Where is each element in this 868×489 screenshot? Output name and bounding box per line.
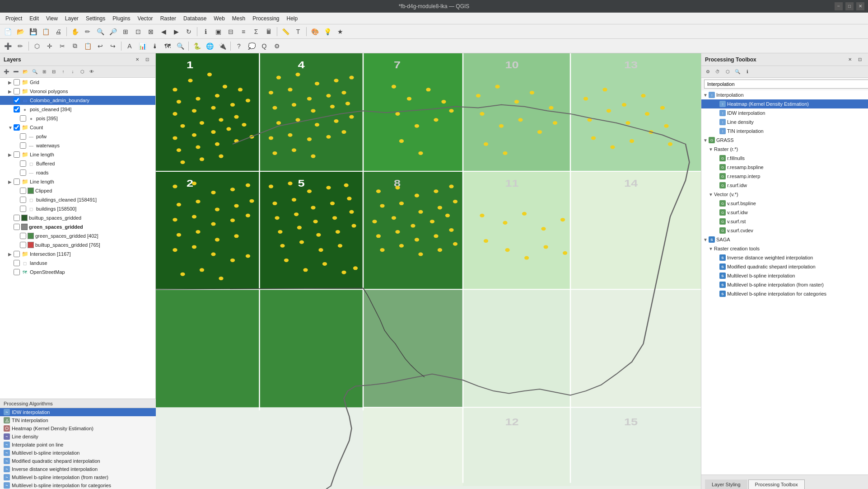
tree-item-saga-multilevel-cat[interactable]: S Multilevel b-spline interpolation for …	[701, 289, 868, 298]
toolbox-search-input[interactable]	[704, 80, 868, 89]
deselect-button[interactable]: ⊟	[225, 26, 237, 37]
layer-item-buildings-cleaned[interactable]: ◻ buildings_cleaned [158491]	[0, 195, 155, 204]
layer-item-builtup[interactable]: builtup_spaces_gridded	[0, 213, 155, 222]
layer-checkbox-buildings-cleaned[interactable]	[20, 197, 26, 203]
right-panel-float-button[interactable]: ⊡	[855, 55, 864, 64]
layer-checkbox-builtup[interactable]	[14, 215, 20, 221]
layer-checkbox-landuse[interactable]	[14, 260, 20, 266]
close-button[interactable]: ✕	[856, 2, 864, 10]
layer-checkbox-grid[interactable]	[14, 79, 20, 85]
menu-web[interactable]: Web	[210, 14, 228, 23]
layer-item-waterways[interactable]: — waterways	[0, 141, 155, 150]
tree-item-saga-multilevel[interactable]: S Multilevel b-spline interpolation	[701, 271, 868, 280]
open-button[interactable]: 📂	[14, 26, 26, 37]
tree-item-rresampinterp[interactable]: G r.resamp.interp	[701, 172, 868, 181]
layer-item-colombo[interactable]: ▭ Colombo_admin_boundary	[0, 96, 155, 105]
layer-checkbox-greenspaces402[interactable]	[20, 233, 26, 239]
edit-layer-button[interactable]: ✏	[14, 41, 26, 52]
layers-close-button[interactable]: ✕	[133, 55, 142, 64]
layer-item-landuse[interactable]: ◻ landuse	[0, 259, 155, 268]
proc-item-multilevel-bspline[interactable]: ~ Multilevel b-spline interpolation	[0, 449, 156, 457]
layer-up-button[interactable]: ↑	[59, 67, 68, 76]
layer-toggle-button[interactable]: 👁	[87, 67, 96, 76]
layer-item-buildings[interactable]: ◻ buildings [158500]	[0, 204, 155, 213]
layer-checkbox-roads[interactable]	[20, 169, 26, 176]
layer-checkbox-intersection[interactable]	[14, 251, 20, 257]
tree-item-saga-multilevel-raster[interactable]: S Multilevel b-spline interpolation (fro…	[701, 280, 868, 289]
layer-item-linelen1[interactable]: ▶ 📁 Line length	[0, 150, 155, 159]
label-button[interactable]: A	[124, 41, 135, 52]
paste-button[interactable]: 📋	[82, 41, 93, 52]
proc-item-modquad[interactable]: ~ Modified quadratic shepard interpolati…	[0, 457, 156, 465]
attr-table-button[interactable]: ≡	[238, 26, 249, 37]
proc-item-interp-point[interactable]: ~ Interpolate point on line	[0, 441, 156, 449]
zoom-in-button[interactable]: 🔍	[94, 26, 106, 37]
menu-raster[interactable]: Raster	[157, 14, 180, 23]
style-button[interactable]: 🎨	[309, 26, 321, 37]
right-panel-close-button[interactable]: ✕	[845, 55, 854, 64]
layer-item-voronoi[interactable]: ▶ 📁 Voronoi polygons	[0, 87, 155, 96]
plugin-button[interactable]: 🔌	[216, 41, 228, 52]
tree-group-interpolation[interactable]: ▼ ↕ Interpolation	[701, 90, 868, 99]
measure-button[interactable]: 📏	[280, 26, 291, 37]
layer-checkbox-pois[interactable]	[20, 115, 26, 122]
tree-item-vsurfidw[interactable]: G v.surf.idw	[701, 208, 868, 217]
layer-checkbox-clipped[interactable]	[20, 188, 26, 194]
menu-layer[interactable]: Layer	[61, 14, 82, 23]
copy-button[interactable]: ⧉	[69, 41, 81, 52]
proc-item-idw[interactable]: ~ IDW interpolation	[0, 408, 156, 416]
layer-checkbox-linelen1[interactable]	[14, 151, 20, 158]
undo-button[interactable]: ↩	[94, 41, 106, 52]
zoom-last-button[interactable]: ◀	[158, 26, 169, 37]
python-button[interactable]: 🐍	[191, 41, 203, 52]
tree-item-idw[interactable]: ↕ IDW interpolation	[701, 108, 868, 118]
cut-button[interactable]: ✂	[56, 41, 68, 52]
menu-help[interactable]: Help	[283, 14, 302, 23]
proc-item-idw2[interactable]: ~ Inverse distance weighted interpolatio…	[0, 465, 156, 473]
toolbox-tb-btn4[interactable]: 🔍	[733, 67, 742, 76]
layer-item-count[interactable]: ▼ 📁 Count	[0, 123, 155, 132]
layer-item-greenspaces402[interactable]: green_spaces_gridded [402]	[0, 231, 155, 240]
layer-checkbox-linelen2[interactable]	[14, 179, 20, 185]
redo-button[interactable]: ↪	[107, 41, 119, 52]
menu-database[interactable]: Database	[180, 14, 210, 23]
layer-checkbox-voronoi[interactable]	[14, 88, 20, 94]
stats-button[interactable]: Σ	[250, 26, 262, 37]
print-button[interactable]: 🖨	[52, 26, 64, 37]
layer-checkbox-buffered[interactable]	[20, 160, 26, 167]
digitize-button[interactable]: ✏	[82, 26, 93, 37]
proc-item-multilevel-cat[interactable]: ~ Multilevel b-spline interpolation for …	[0, 481, 156, 489]
qgis-logo-button[interactable]: Q	[258, 41, 270, 52]
layer-remove-button[interactable]: ➖	[11, 67, 20, 76]
diagram-button[interactable]: 📊	[136, 41, 148, 52]
layer-checkbox-greenspaces[interactable]	[14, 224, 20, 230]
layer-item-grid[interactable]: ▶ 📁 Grid	[0, 78, 155, 87]
layer-item-pois-cleaned[interactable]: ● pois_cleaned [394]	[0, 105, 155, 114]
minimize-button[interactable]: −	[835, 2, 843, 10]
text-button[interactable]: T	[292, 26, 304, 37]
layer-item-intersection[interactable]: ▶ 📁 Intersection [1167]	[0, 249, 155, 259]
menu-mesh[interactable]: Mesh	[229, 14, 249, 23]
toolbox-tb-btn5[interactable]: ℹ	[743, 67, 752, 76]
tree-item-rresampbspline[interactable]: G r.resamp.bspline	[701, 163, 868, 172]
save-as-button[interactable]: 📋	[40, 26, 51, 37]
3d-button[interactable]: 🗺	[162, 41, 173, 52]
layer-item-linelen2[interactable]: ▶ 📁 Line length	[0, 177, 155, 186]
tree-item-vsurfbspline[interactable]: G v.surf.bspline	[701, 199, 868, 208]
tree-item-vsurfcvdev[interactable]: G v.surf.cvdev	[701, 226, 868, 235]
maximize-button[interactable]: □	[845, 2, 854, 10]
map-area[interactable]: 1 4 7 10 13 2 5 8 11 14 12 15	[156, 53, 701, 489]
heatmap-tb-button[interactable]: 🌡	[149, 41, 161, 52]
layer-checkbox-waterways[interactable]	[20, 142, 26, 149]
tree-item-rsurfidw[interactable]: G r.surf.idw	[701, 181, 868, 190]
refresh-button[interactable]: ↻	[183, 26, 195, 37]
toolbox-tb-btn3[interactable]: ⬡	[723, 67, 732, 76]
new-layer-button[interactable]: ➕	[2, 41, 14, 52]
tab-layer-styling[interactable]: Layer Styling	[705, 480, 747, 489]
layer-down-button[interactable]: ↓	[68, 67, 77, 76]
toggle-button[interactable]: ⚙	[271, 41, 283, 52]
layer-checkbox-count[interactable]	[14, 124, 20, 131]
identify-tool-button[interactable]: 🔍	[174, 41, 186, 52]
help-tb-button[interactable]: ?	[233, 41, 245, 52]
layer-item-buffered[interactable]: ◻ Buffered	[0, 159, 155, 168]
